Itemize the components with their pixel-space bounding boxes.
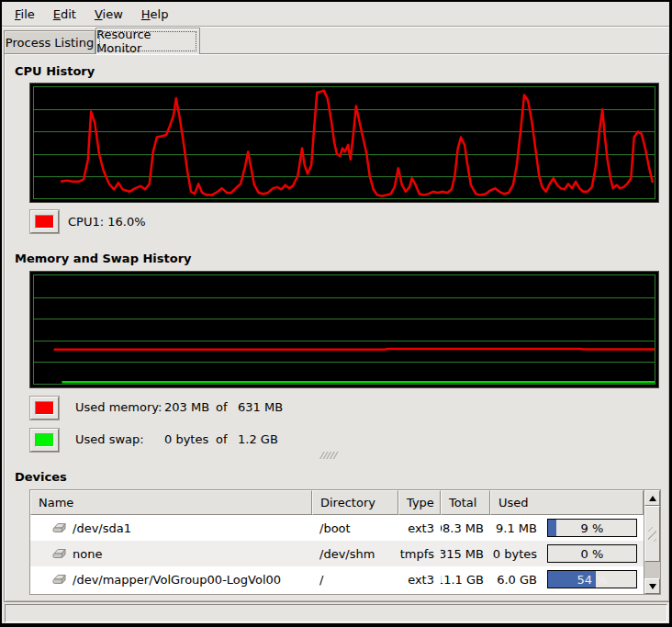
device-directory: /boot (312, 515, 398, 541)
device-total: 98.3 MB (441, 515, 490, 541)
scrollbar-up-button[interactable] (644, 490, 660, 506)
column-header-total[interactable]: Total (441, 490, 490, 515)
cpu-history-title: CPU History (15, 64, 95, 78)
usage-percent-label: 54 % (548, 571, 636, 588)
device-used: 9.1 MB (496, 521, 537, 535)
tab-process-listing[interactable]: Process Listing (4, 30, 95, 54)
memory-of-text: of (216, 400, 238, 414)
memory-color-swatch (35, 401, 54, 415)
cpu-usage-line (34, 87, 655, 198)
device-name: /dev/mapper/VolGroup00-LogVol00 (73, 573, 281, 587)
column-header-used[interactable]: Used (490, 490, 644, 515)
scrollbar-trough[interactable] (644, 562, 660, 578)
disk-icon (50, 573, 67, 586)
menu-help[interactable]: Help (132, 4, 178, 25)
memory-swap-graph (29, 271, 659, 388)
devices-title: Devices (15, 470, 67, 484)
swap-legend-label: Used swap: (75, 432, 164, 446)
device-used-cell: 0 bytes0 % (490, 541, 644, 566)
device-name-cell: none (30, 541, 312, 566)
pane-resize-grip[interactable]: ⁄⁄⁄⁄⁄ (321, 452, 338, 461)
device-total: 11.1 GB (441, 566, 490, 592)
device-used: 0 bytes (493, 547, 537, 561)
device-used: 6.0 GB (497, 573, 537, 587)
devices-table-header: Name Directory Type Total Used (30, 490, 644, 515)
device-type: ext3 (398, 515, 441, 541)
devices-scrollbar[interactable] (644, 490, 660, 594)
swap-used-value: 0 bytes (164, 432, 216, 446)
down-arrow-icon (649, 584, 656, 589)
device-type: tmpfs (398, 541, 441, 566)
cpu1-legend-label: CPU1: 16.0% (68, 215, 146, 229)
column-header-directory[interactable]: Directory (312, 490, 398, 515)
device-name-cell: /dev/sda1 (30, 515, 312, 541)
usage-progressbar: 0 % (547, 544, 637, 563)
tab-bar: Process Listing Resource Monitor (2, 28, 669, 53)
table-row[interactable]: none/dev/shmtmpfs315 MB0 bytes0 % (30, 541, 644, 566)
column-header-type[interactable]: Type (398, 490, 441, 515)
memory-used-value: 203 MB (164, 400, 216, 414)
memory-swap-lines (34, 275, 655, 384)
swap-color-swatch-button[interactable] (30, 429, 59, 452)
up-arrow-icon (649, 496, 656, 501)
usage-progressbar: 9 % (547, 519, 637, 537)
device-used-cell: 6.0 GB54 % (490, 566, 644, 592)
menu-edit[interactable]: Edit (44, 4, 85, 25)
tab-resource-monitor[interactable]: Resource Monitor (95, 28, 200, 54)
memory-legend-label: Used memory: (75, 400, 164, 414)
memory-history-title: Memory and Swap History (15, 252, 192, 265)
disk-icon (50, 521, 67, 534)
swap-of-text: of (216, 432, 238, 446)
memory-color-swatch-button[interactable] (30, 397, 59, 420)
memory-legend-row: Used memory: 203 MB of 631 MB (75, 400, 369, 414)
menubar: FileEditViewHelp (2, 2, 669, 27)
table-row[interactable]: /dev/mapper/VolGroup00-LogVol00/ext311.1… (30, 566, 644, 592)
usage-percent-label: 0 % (548, 545, 636, 562)
scrollbar-thumb[interactable] (644, 506, 660, 562)
cpu-history-graph (29, 83, 659, 203)
status-bar (5, 604, 667, 622)
usage-progressbar: 54 % (547, 570, 637, 588)
memory-total-value: 631 MB (238, 400, 283, 414)
table-row[interactable]: /dev/sda1/bootext398.3 MB9.1 MB9 % (30, 515, 644, 541)
device-directory: / (312, 566, 398, 592)
device-total: 315 MB (441, 541, 490, 566)
scrollbar-down-button[interactable] (644, 578, 660, 594)
devices-table-body: /dev/sda1/bootext398.3 MB9.1 MB9 %none/d… (30, 515, 644, 594)
swap-color-swatch (35, 433, 54, 447)
device-type: ext3 (398, 566, 441, 592)
usage-percent-label: 9 % (548, 520, 636, 536)
swap-total-value: 1.2 GB (238, 432, 278, 446)
device-name-cell: /dev/mapper/VolGroup00-LogVol00 (30, 566, 312, 592)
swap-legend-row: Used swap: 0 bytes of 1.2 GB (75, 432, 369, 446)
system-monitor-window: FileEditViewHelp Process Listing Resourc… (0, 0, 672, 627)
device-name: /dev/sda1 (73, 521, 131, 535)
menu-file[interactable]: File (6, 4, 44, 25)
device-used-cell: 9.1 MB9 % (490, 515, 644, 541)
devices-table: Name Directory Type Total Used /dev/sda1… (29, 489, 661, 595)
column-header-name[interactable]: Name (30, 490, 312, 515)
menu-view[interactable]: View (85, 4, 132, 25)
cpu1-color-swatch (35, 215, 54, 229)
disk-icon (50, 547, 67, 560)
cpu1-color-swatch-button[interactable] (30, 210, 59, 233)
device-name: none (73, 547, 102, 561)
device-directory: /dev/shm (312, 541, 398, 566)
